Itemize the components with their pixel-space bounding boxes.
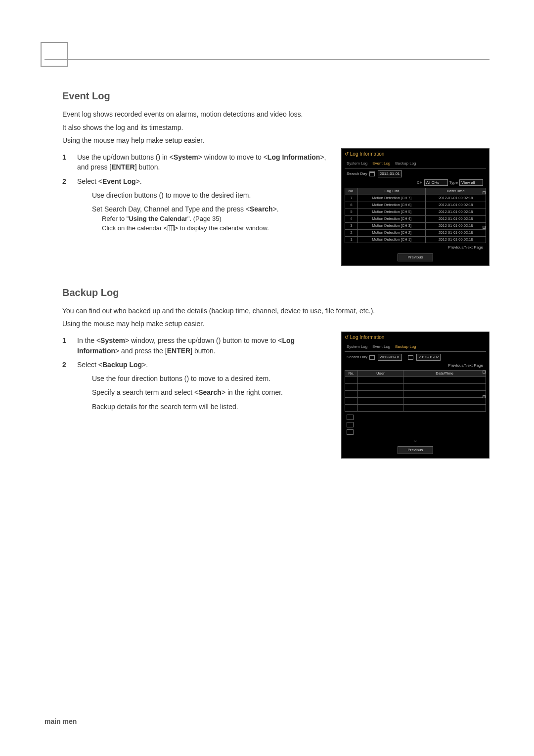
- step-number: 1: [62, 336, 70, 356]
- tab-event-log[interactable]: Event Log: [372, 161, 390, 167]
- backup-log-step-1: In the <System> window, press the up/dow…: [77, 336, 329, 356]
- type-select[interactable]: View all: [459, 179, 483, 186]
- backup-log-mouse-tip: Using the mouse may help make setup easi…: [62, 319, 490, 329]
- backup-log-step-2: Select <Backup Log>. Use the four direct…: [77, 360, 329, 412]
- dvr-window-title: Log Information: [345, 151, 486, 158]
- date-separator: ~: [404, 354, 406, 360]
- scroll-up-icon[interactable]: [483, 371, 486, 374]
- table-row: 7Motion Detection [CH 7]2012-01-01 00:02…: [345, 195, 486, 202]
- backup-log-intro: You can find out who backed up and the d…: [62, 306, 490, 316]
- step-number: 1: [62, 152, 70, 172]
- event-log-heading: Event Log: [62, 89, 490, 103]
- table-row: 4Motion Detection [CH 4]2012-01-01 00:02…: [345, 215, 486, 222]
- table-row: 6Motion Detection [CH 6]2012-01-01 00:02…: [345, 202, 486, 209]
- col-no: No.: [345, 188, 358, 195]
- device-icon: [347, 429, 354, 435]
- col-date-time: Date/Time: [403, 370, 486, 377]
- tab-system-log[interactable]: System Log: [347, 344, 367, 350]
- col-date-time: Date/Time: [426, 188, 486, 195]
- col-no: No.: [345, 370, 358, 377]
- search-icon[interactable]: ⌕: [345, 438, 486, 444]
- table-row: [345, 377, 486, 384]
- dvr-window-title: Log Information: [345, 334, 486, 341]
- event-log-table: No. Log List Date/Time 7Motion Detection…: [345, 188, 486, 243]
- table-row: [345, 398, 486, 405]
- event-log-mouse-tip: Using the mouse may help make setup easi…: [62, 135, 490, 145]
- search-day-field[interactable]: 2012-01-01: [378, 170, 402, 177]
- table-row: 2Motion Detection [CH 2]2012-01-01 00:02…: [345, 229, 486, 236]
- event-log-intro-1: Event log shows recorded events on alarm…: [62, 109, 490, 119]
- backup-log-table: No. User Date/Time: [345, 370, 486, 412]
- col-user: User: [358, 370, 403, 377]
- backup-log-heading: Backup Log: [62, 286, 490, 300]
- search-day-label: Search Day: [347, 171, 367, 177]
- table-row: [345, 404, 486, 411]
- calendar-icon[interactable]: [369, 355, 375, 360]
- col-log-list: Log List: [358, 188, 426, 195]
- table-row: [345, 391, 486, 398]
- event-log-step-1: Use the up/down buttons () in <System> w…: [77, 152, 329, 172]
- scroll-down-icon[interactable]: [483, 395, 486, 398]
- previous-button[interactable]: Previous: [398, 253, 433, 261]
- event-log-step-2: Select <Event Log>. Use direction button…: [77, 176, 329, 233]
- calendar-icon[interactable]: [408, 355, 413, 360]
- dvr-backup-log-window: Log Information System Log Event Log Bac…: [341, 332, 490, 459]
- type-label: Type: [449, 180, 458, 186]
- page-header-rule: [44, 59, 490, 74]
- date-to-field[interactable]: 2012-01-02: [416, 354, 441, 361]
- table-row: 3Motion Detection [CH 3]2012-01-01 00:02…: [345, 222, 486, 229]
- table-row: [345, 384, 486, 391]
- search-day-label: Search Day: [347, 354, 367, 360]
- scroll-up-icon[interactable]: [483, 191, 486, 194]
- previous-button[interactable]: Previous: [398, 446, 433, 454]
- device-icon: [347, 422, 354, 427]
- tab-backup-log[interactable]: Backup Log: [395, 161, 416, 167]
- table-row: 1Motion Detection [CH 1]2012-01-01 00:02…: [345, 236, 486, 243]
- page-footer-label: main men: [44, 716, 77, 726]
- table-row: 5Motion Detection [CH 5]2012-01-01 00:02…: [345, 209, 486, 216]
- step-number: 2: [62, 360, 70, 412]
- step-number: 2: [62, 176, 70, 233]
- tab-event-log[interactable]: Event Log: [372, 344, 390, 350]
- ch-label: CH: [417, 180, 423, 186]
- pager-label: Previous/Next Page: [348, 245, 483, 251]
- tab-system-log[interactable]: System Log: [347, 161, 367, 167]
- dvr-event-log-window: Log Information System Log Event Log Bac…: [341, 148, 490, 265]
- scroll-down-icon[interactable]: [483, 226, 486, 229]
- ch-select[interactable]: All CHs: [424, 179, 448, 186]
- event-log-intro-2: It also shows the log and its timestamp.: [62, 123, 490, 132]
- device-icon: [347, 415, 354, 420]
- date-from-field[interactable]: 2012-01-01: [378, 354, 402, 361]
- pager-label: Previous/Next Page: [348, 363, 483, 369]
- tab-backup-log[interactable]: Backup Log: [395, 344, 416, 350]
- calendar-icon: [168, 225, 175, 231]
- calendar-icon[interactable]: [369, 171, 375, 176]
